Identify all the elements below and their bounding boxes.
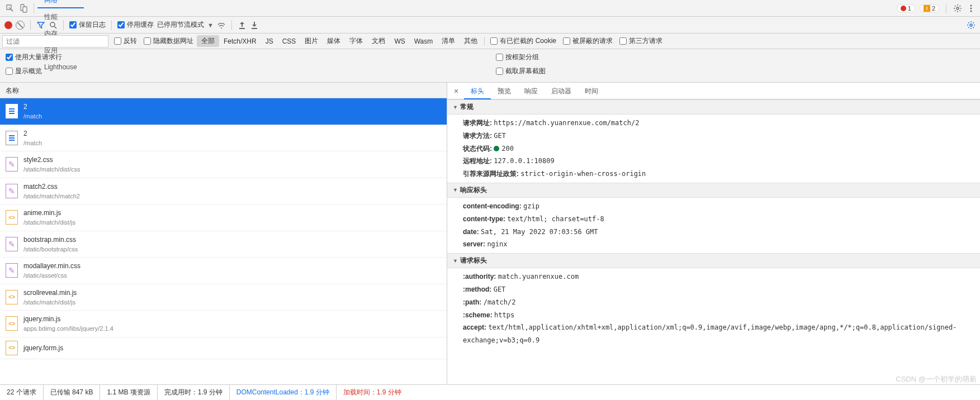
filter-type-清单[interactable]: 清单 (437, 35, 460, 47)
request-row[interactable]: ✎modallayer.min.css/static/asset/css (0, 258, 447, 284)
filter-type-文档[interactable]: 文档 (367, 35, 390, 47)
download-icon[interactable] (250, 21, 259, 30)
status-bar: 22 个请求 已传输 847 kB 1.1 MB 项资源 完成用时：1.9 分钟… (0, 384, 980, 400)
detail-tab-响应[interactable]: 响应 (518, 83, 545, 99)
request-row[interactable]: <>jquery.min.jsapps.bdimg.com/libs/jquer… (0, 311, 447, 337)
filter-type-图片[interactable]: 图片 (300, 35, 323, 47)
inspect-icon[interactable] (3, 2, 17, 15)
js-file-icon: <> (6, 341, 18, 355)
request-row[interactable]: ✎match2.css/static/match/match2 (0, 178, 447, 205)
request-row[interactable]: <>anime.min.js/static/match/dist/js (0, 204, 447, 231)
third-party-checkbox[interactable]: 第三方请求 (619, 36, 662, 46)
throttling-select[interactable]: 已停用节流模式 (157, 20, 204, 30)
hide-data-urls-checkbox[interactable]: 隐藏数据网址 (144, 36, 193, 46)
svg-rect-1 (23, 7, 27, 12)
section-general[interactable]: 常规 (447, 99, 980, 115)
column-header-name[interactable]: 名称 (0, 83, 447, 98)
error-badge[interactable]: 1 (897, 4, 915, 12)
filter-type-WS[interactable]: WS (390, 36, 409, 46)
status-finish: 完成用时：1.9 分钟 (158, 385, 230, 400)
svg-point-10 (970, 24, 972, 26)
device-icon[interactable] (17, 2, 30, 15)
filter-type-字体[interactable]: 字体 (345, 35, 367, 47)
filter-type-Fetch/XHR[interactable]: Fetch/XHR (219, 36, 261, 46)
status-resources: 1.1 MB 项资源 (100, 385, 157, 400)
status-requests: 22 个请求 (0, 385, 44, 400)
svg-point-6 (50, 22, 55, 27)
close-icon[interactable]: × (451, 87, 462, 96)
status-load: 加载时间：1.9 分钟 (337, 385, 408, 400)
detail-tab-标头[interactable]: 标头 (464, 83, 491, 99)
large-rows-checkbox[interactable]: 使用大量请求行 (6, 53, 485, 62)
tab-网络[interactable]: 网络 (37, 0, 84, 8)
details-panel: × 标头预览响应启动器时间 常规 请求网址: https://match.yua… (447, 83, 980, 384)
chevron-down-icon[interactable]: ▼ (207, 22, 214, 28)
request-row[interactable]: 2/match (0, 98, 447, 125)
divider (34, 3, 34, 13)
filter-type-全部[interactable]: 全部 (197, 35, 219, 47)
status-dcl: DOMContentLoaded：1.9 分钟 (230, 385, 337, 400)
svg-rect-9 (252, 28, 257, 29)
blocked-cookies-checkbox[interactable]: 有已拦截的 Cookie (490, 36, 556, 46)
doc-file-icon (6, 104, 18, 118)
requests-panel: 名称 2/match2/match✎style2.css/static/matc… (0, 83, 447, 384)
request-row[interactable]: 2/match (0, 125, 447, 152)
css-file-icon: ✎ (6, 157, 18, 172)
settings-gear-icon[interactable] (967, 21, 976, 30)
doc-file-icon (6, 131, 18, 145)
filter-type-媒体[interactable]: 媒体 (323, 35, 345, 47)
filter-icon[interactable] (36, 21, 45, 30)
general-content: 请求网址: https://match.yuanrenxue.com/match… (447, 115, 980, 183)
filter-type-其他[interactable]: 其他 (460, 35, 482, 47)
search-icon[interactable] (49, 21, 58, 30)
preserve-log-checkbox[interactable]: 保留日志 (69, 20, 106, 30)
upload-icon[interactable] (238, 21, 247, 30)
svg-point-3 (970, 4, 972, 6)
section-request-headers[interactable]: 请求标头 (447, 253, 980, 268)
svg-point-4 (970, 7, 972, 9)
show-overview-checkbox[interactable]: 显示概览 (6, 66, 485, 76)
record-button[interactable] (4, 21, 12, 29)
disable-cache-checkbox[interactable]: 停用缓存 (117, 20, 154, 30)
devtools-tabs: 元素控制台源代码网络性能内存应用Lighthouse 1 !2 (0, 0, 980, 17)
filter-type-JS[interactable]: JS (261, 36, 278, 46)
request-row[interactable]: ✎bootstrap.min.css/static/bootstrap/css (0, 231, 447, 258)
detail-tab-时间[interactable]: 时间 (578, 83, 605, 99)
filter-bar: 反转 隐藏数据网址 全部Fetch/XHRJSCSS图片媒体字体文档WSWasm… (0, 34, 980, 49)
css-file-icon: ✎ (6, 184, 18, 198)
svg-point-5 (970, 10, 972, 12)
request-row[interactable]: ✎style2.css/static/match/dist/css (0, 151, 447, 178)
detail-tab-启动器[interactable]: 启动器 (545, 83, 578, 99)
invert-checkbox[interactable]: 反转 (114, 36, 137, 46)
css-file-icon: ✎ (6, 237, 18, 251)
screenshots-checkbox[interactable]: 截取屏幕截图 (496, 66, 975, 76)
blocked-requests-checkbox[interactable]: 被屏蔽的请求 (563, 36, 613, 46)
css-file-icon: ✎ (6, 263, 18, 278)
request-row[interactable]: <>jquery.form.js (0, 337, 447, 359)
response-headers-content: content-encoding: gzipcontent-type: text… (447, 198, 980, 253)
request-row[interactable]: <>scrollreveal.min.js/static/match/dist/… (0, 284, 447, 311)
section-response-headers[interactable]: 响应标头 (447, 183, 980, 198)
group-by-frame-checkbox[interactable]: 按框架分组 (496, 53, 975, 62)
request-headers-content: :authority: match.yuanrenxue.com:method:… (447, 268, 980, 349)
svg-point-7 (221, 27, 222, 28)
status-dot-icon (494, 146, 499, 151)
detail-tab-预览[interactable]: 预览 (491, 83, 518, 99)
network-toolbar: 保留日志 停用缓存 已停用节流模式 ▼ (0, 17, 980, 34)
options-bar: 使用大量请求行 显示概览 按框架分组 截取屏幕截图 (0, 49, 980, 83)
filter-input[interactable] (2, 35, 108, 47)
js-file-icon: <> (6, 210, 18, 225)
clear-button[interactable] (16, 21, 25, 30)
status-transferred: 已传输 847 kB (44, 385, 101, 400)
gear-icon[interactable] (953, 4, 962, 13)
kebab-icon[interactable] (967, 4, 976, 13)
wifi-icon[interactable] (217, 21, 226, 30)
filter-type-CSS[interactable]: CSS (278, 36, 301, 46)
js-file-icon: <> (6, 316, 18, 331)
js-file-icon: <> (6, 290, 18, 304)
filter-type-Wasm[interactable]: Wasm (410, 36, 438, 46)
warning-badge[interactable]: !2 (920, 4, 939, 12)
requests-list[interactable]: 2/match2/match✎style2.css/static/match/d… (0, 98, 447, 384)
svg-rect-8 (239, 28, 245, 29)
svg-point-2 (957, 7, 959, 9)
